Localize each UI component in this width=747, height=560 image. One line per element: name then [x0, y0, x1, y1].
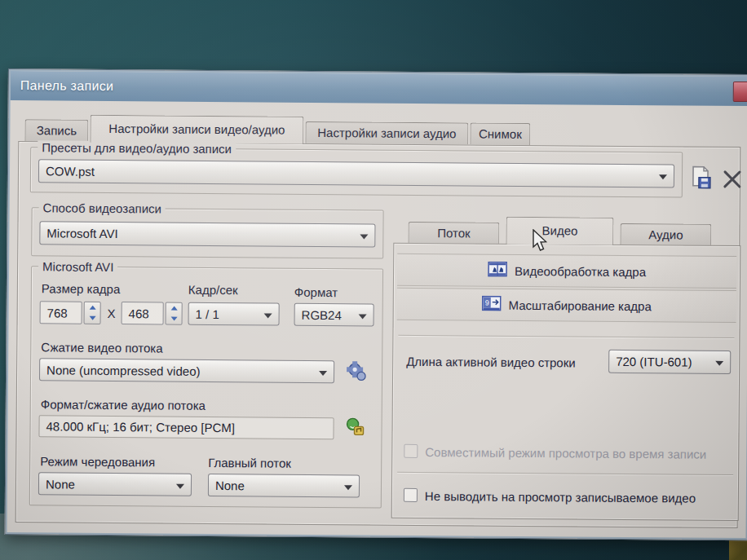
separator: [398, 335, 734, 338]
tab-video-audio-settings[interactable]: Настройки записи видео/аудио: [90, 115, 303, 144]
delete-preset-icon[interactable]: [722, 169, 743, 193]
tab-snapshot[interactable]: Снимок: [470, 122, 530, 145]
save-preset-icon[interactable]: [689, 165, 714, 195]
recording-panel-window: Панель записи Запись Настройки записи ви…: [5, 68, 747, 540]
chevron-down-icon: [659, 174, 667, 179]
avi-settings-group: Microsoft AVI Размер кадра 768 X 468 Кад…: [29, 266, 383, 508]
svg-text:9: 9: [485, 299, 489, 307]
line-length-label: Длина активной видео строки: [406, 355, 576, 370]
tab-record[interactable]: Запись: [24, 119, 88, 142]
video-processing-button[interactable]: Видеообработка кадра: [397, 254, 736, 289]
capture-method-combobox[interactable]: Microsoft AVI: [39, 221, 375, 247]
format-combobox[interactable]: RGB24: [294, 303, 374, 327]
tab-stream[interactable]: Поток: [408, 222, 499, 245]
compat-preview-checkbox[interactable]: [404, 444, 418, 458]
presets-group: Пресеты для видео/аудио записи COW.pst: [30, 147, 683, 197]
frame-scaling-button[interactable]: 9 Масштабирование кадра: [397, 288, 736, 323]
capture-method-group: Способ видеозаписи Microsoft AVI: [31, 207, 383, 258]
chevron-down-icon: [344, 485, 352, 490]
audio-format-field: 48.000 кГц; 16 бит; Стерео [PCM]: [38, 415, 334, 439]
film-people-icon: [488, 262, 507, 280]
frame-height-stepper[interactable]: [166, 302, 183, 325]
window-title: Панель записи: [20, 78, 114, 94]
fps-label: Кадр/сек: [188, 283, 238, 297]
capture-method-label: Способ видеозаписи: [39, 201, 166, 215]
audio-format-label: Формат/сжатие аудио потока: [41, 397, 206, 412]
frame-width-input[interactable]: 768: [40, 301, 82, 324]
main-stream-combobox[interactable]: None: [208, 474, 360, 497]
tab-audio-settings[interactable]: Настройки записи аудио: [305, 121, 468, 145]
video-compression-combobox[interactable]: None (uncompressed video): [39, 358, 334, 383]
tab-audio[interactable]: Аудио: [620, 223, 711, 246]
chevron-down-icon: [264, 313, 272, 318]
video-compressor-settings-icon[interactable]: [344, 359, 369, 386]
interleave-combobox[interactable]: None: [38, 472, 192, 496]
tab-page-video-audio: Пресеты для видео/аудио записи COW.pst С…: [15, 141, 741, 528]
format-label: Формат: [294, 285, 338, 299]
interleave-label: Режим чередования: [40, 454, 155, 469]
fps-combobox[interactable]: 1 / 1: [188, 302, 280, 326]
frame-width-stepper[interactable]: [84, 302, 101, 324]
separator: [397, 472, 733, 475]
chevron-down-icon: [359, 314, 367, 319]
line-length-combobox[interactable]: 720 (ITU-601): [608, 350, 731, 374]
tab-video[interactable]: Видео: [506, 217, 613, 245]
film-scale-icon: 9: [482, 296, 502, 314]
close-button[interactable]: [733, 82, 747, 102]
chevron-down-icon: [360, 234, 368, 239]
preset-combobox[interactable]: COW.pst: [38, 159, 674, 187]
chevron-down-icon: [176, 484, 184, 489]
compat-preview-label: Совместимый режим просмотра во время зап…: [425, 445, 706, 461]
frame-size-label: Размер кадра: [42, 281, 121, 296]
frame-height-input[interactable]: 468: [122, 302, 164, 324]
chevron-down-icon: [715, 361, 723, 366]
title-bar[interactable]: Панель записи: [11, 71, 747, 106]
avi-group-label: Microsoft AVI: [38, 259, 117, 274]
main-stream-label: Главный поток: [208, 456, 291, 470]
audio-format-settings-icon[interactable]: [343, 416, 366, 442]
chevron-down-icon: [319, 371, 327, 376]
video-compression-label: Сжатие видео потока: [41, 340, 162, 355]
video-tab-page: Видеообработка кадра 9 Масштабирование к…: [391, 243, 741, 521]
no-preview-checkbox[interactable]: [404, 488, 418, 502]
no-preview-label: Не выводить на просмотр записываемое вид…: [425, 489, 696, 505]
frame-size-separator: X: [108, 306, 116, 320]
